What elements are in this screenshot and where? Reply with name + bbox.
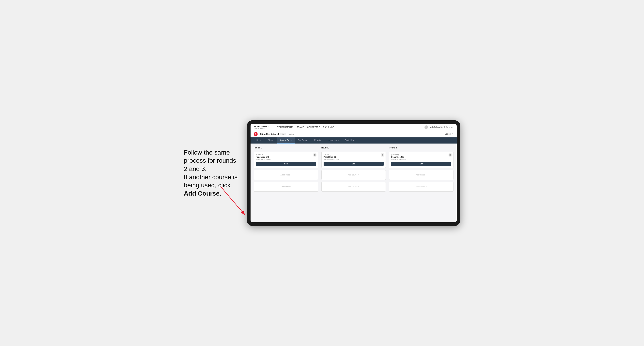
round-2-course-label: (Course A): [324, 154, 384, 156]
round-3-add-course-2[interactable]: Add Course +: [389, 182, 454, 192]
round-3-delete-icon[interactable]: ⊡: [448, 153, 452, 157]
tab-results[interactable]: Results: [312, 137, 324, 144]
user-avatar: [424, 125, 428, 129]
round-3-column: Round 3 ⊡ (Course A) Peachtree GC Yellow…: [389, 147, 454, 192]
content-area: Round 1 ⊡ (Course A) Peachtree GC Yellow…: [250, 144, 457, 222]
sub-nav: C Clippd Invitational Men Hosting Cancel…: [250, 131, 457, 137]
round-1-course-details: Yellow (M) (6629 yds): [256, 159, 316, 160]
tab-course-setup[interactable]: Course Setup: [278, 137, 295, 144]
nav-rankings[interactable]: RANKINGS: [323, 126, 334, 128]
round-1-course-label: (Course A): [256, 154, 316, 156]
nav-committee[interactable]: COMMITTEE: [307, 126, 320, 128]
logo-sub: Powered by clippd: [254, 128, 271, 129]
round-3-edit-button[interactable]: Edit: [391, 162, 451, 166]
round-2-course-card: ⊡ (Course A) Peachtree GC Yellow (M) (66…: [322, 152, 386, 168]
round-2-edit-button[interactable]: Edit: [324, 162, 384, 166]
logo-title: SCOREBOARD: [254, 125, 271, 128]
round-2-title: Round 2: [322, 147, 386, 149]
page-wrapper: Follow the same process for rounds 2 and…: [184, 120, 460, 226]
user-email: blair@clippd.io: [430, 126, 443, 128]
round-3-course-name: Peachtree GC: [391, 156, 451, 158]
tab-tee-groups[interactable]: Tee Groups: [295, 137, 311, 144]
round-3-course-label: (Course A): [391, 154, 451, 156]
round-3-add-course-text-1: Add Course +: [416, 174, 427, 176]
tablet-frame: SCOREBOARD Powered by clippd TOURNAMENTS…: [247, 120, 460, 226]
tab-printables[interactable]: Printables: [342, 137, 356, 144]
round-1-course-card: ⊡ (Course A) Peachtree GC Yellow (M) (66…: [254, 152, 318, 168]
round-1-delete-icon[interactable]: ⊡: [313, 153, 316, 157]
sub-nav-right: Cancel ✕: [445, 133, 454, 135]
tab-bar: Details Teams Course Setup Tee Groups Re…: [250, 137, 457, 144]
rounds-grid: Round 1 ⊡ (Course A) Peachtree GC Yellow…: [254, 147, 454, 192]
top-nav-user: blair@clippd.io | Sign out: [424, 125, 454, 129]
nav-tournaments[interactable]: TOURNAMENTS: [277, 126, 294, 128]
tab-teams[interactable]: Teams: [266, 137, 277, 144]
cancel-x[interactable]: ✕: [452, 133, 454, 135]
round-1-column: Round 1 ⊡ (Course A) Peachtree GC Yellow…: [254, 147, 318, 192]
round-2-course-details: Yellow (M) (6629 yds): [324, 159, 384, 160]
nav-teams[interactable]: TEAMS: [297, 126, 304, 128]
tab-details[interactable]: Details: [254, 137, 265, 144]
round-3-add-course-1[interactable]: Add Course +: [389, 170, 454, 180]
round-1-course-name: Peachtree GC: [256, 156, 316, 158]
tablet-screen: SCOREBOARD Powered by clippd TOURNAMENTS…: [250, 124, 457, 222]
hosting-badge: Hosting: [288, 133, 294, 135]
round-3-add-course-text-2: Add Course +: [416, 186, 427, 188]
tab-leaderboards[interactable]: Leaderboards: [324, 137, 342, 144]
round-2-course-name: Peachtree GC: [324, 156, 384, 158]
top-nav: SCOREBOARD Powered by clippd TOURNAMENTS…: [250, 124, 457, 131]
men-badge: Men: [280, 133, 286, 135]
round-2-add-course-text-1: Add Course +: [348, 174, 359, 176]
top-nav-links: TOURNAMENTS TEAMS COMMITTEE RANKINGS: [277, 126, 420, 128]
round-2-add-course-2[interactable]: Add Course +: [322, 182, 386, 192]
round-3-course-card: ⊡ (Course A) Peachtree GC Yellow (M) (66…: [389, 152, 454, 168]
round-1-add-course-1[interactable]: Add Course +: [254, 170, 318, 180]
instruction-text: Follow the same process for rounds 2 and…: [184, 149, 238, 197]
separator: |: [444, 126, 445, 128]
scoreboard-logo: SCOREBOARD Powered by clippd: [254, 125, 271, 129]
round-1-add-course-text-1: Add Course +: [280, 174, 292, 176]
round-1-add-course-2[interactable]: Add Course +: [254, 182, 318, 192]
instruction-bold: Add Course.: [184, 190, 221, 197]
instruction-panel: Follow the same process for rounds 2 and…: [184, 149, 239, 198]
round-1-title: Round 1: [254, 147, 318, 149]
cancel-button[interactable]: Cancel: [445, 133, 451, 135]
sign-out-link[interactable]: Sign out: [446, 126, 454, 128]
round-2-add-course-1[interactable]: Add Course +: [322, 170, 386, 180]
clippd-logo: C: [254, 132, 258, 136]
round-2-add-course-text-2: Add Course +: [348, 186, 359, 188]
round-3-title: Round 3: [389, 147, 454, 149]
tournament-name: Clippd Invitational: [260, 133, 279, 135]
round-1-edit-button[interactable]: Edit: [256, 162, 316, 166]
round-2-column: Round 2 ⊡ (Course A) Peachtree GC Yellow…: [322, 147, 386, 192]
round-3-course-details: Yellow (M) (6629 yds): [391, 159, 451, 160]
round-1-add-course-text-2: Add Course +: [280, 186, 292, 188]
round-2-delete-icon[interactable]: ⊡: [381, 153, 384, 157]
